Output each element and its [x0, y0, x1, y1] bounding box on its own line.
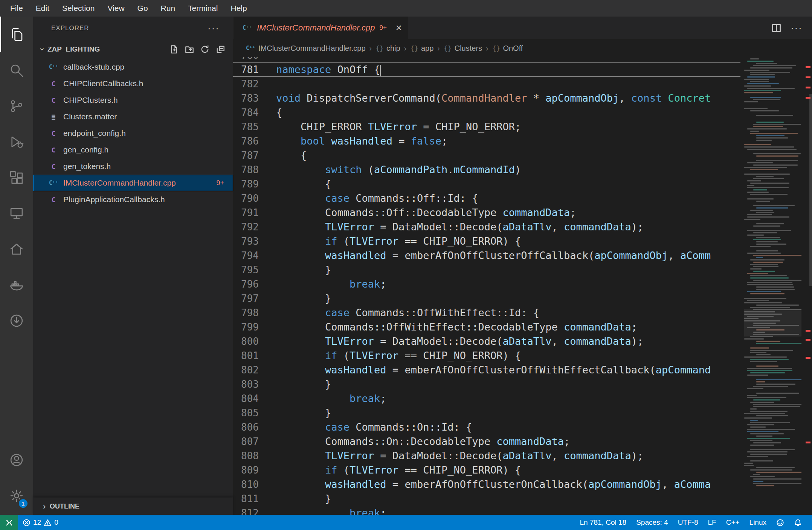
minimap[interactable] — [744, 57, 801, 515]
code-line[interactable]: 780 — [233, 57, 740, 62]
code-line[interactable]: 800 TLVError = DataModel::Decode(aDataTl… — [233, 334, 740, 349]
file-item[interactable]: ≣Clusters.matter — [33, 108, 233, 125]
notifications-bell-icon[interactable] — [789, 515, 807, 530]
status-os[interactable]: Linux — [745, 515, 771, 530]
status-language[interactable]: C++ — [721, 515, 745, 530]
code-line[interactable]: 795 } — [233, 263, 740, 277]
code-line[interactable]: 794 wasHandled = emberAfOnOffClusterOffC… — [233, 248, 740, 263]
code-line[interactable]: 791 Commands::Off::DecodableType command… — [233, 206, 740, 220]
split-editor-icon[interactable] — [771, 23, 781, 33]
file-name: PluginApplicationCallbacks.h — [63, 195, 165, 204]
code-editor[interactable]: 780781namespace OnOff {782783void Dispat… — [233, 57, 812, 515]
code-line[interactable]: 796 break; — [233, 277, 740, 291]
source-control-icon[interactable] — [0, 88, 33, 124]
status-indentation[interactable]: Spaces: 4 — [631, 515, 673, 530]
menu-item-help[interactable]: Help — [224, 0, 253, 17]
menu-item-file[interactable]: File — [4, 0, 29, 17]
sidebar-more-actions-icon[interactable]: ··· — [208, 26, 220, 30]
docker-icon[interactable] — [0, 267, 33, 303]
code-line[interactable]: 788 switch (aCommandPath.mCommandId) — [233, 163, 740, 177]
code-line[interactable]: 804 break; — [233, 391, 740, 406]
code-line[interactable]: 797 } — [233, 291, 740, 306]
breadcrumb-item[interactable]: C⁺⁺IMClusterCommandHandler.cpp — [246, 44, 366, 53]
code-line[interactable]: 808 TLVError = DataModel::Decode(aDataTl… — [233, 449, 740, 463]
code-line[interactable]: 810 wasHandled = emberAfOnOffClusterOnCa… — [233, 477, 740, 492]
new-folder-icon[interactable] — [185, 45, 194, 54]
code-line[interactable]: 798 case Commands::OffWithEffect::Id: { — [233, 306, 740, 320]
feedback-icon[interactable] — [771, 515, 789, 530]
code-text: if (TLVError == CHIP_NO_ERROR) { — [276, 463, 740, 477]
status-encoding[interactable]: UTF-8 — [673, 515, 703, 530]
problems-status[interactable]: 12 0 — [18, 515, 63, 530]
scrollbar-thumb[interactable] — [809, 94, 812, 286]
file-item[interactable]: CPluginApplicationCallbacks.h — [33, 191, 233, 208]
folder-section-header[interactable]: › ZAP_LIGHTING — [33, 40, 233, 59]
search-icon[interactable] — [0, 52, 33, 88]
code-line[interactable]: 811 } — [233, 492, 740, 506]
menu-item-terminal[interactable]: Terminal — [182, 0, 224, 17]
code-line[interactable]: 803 } — [233, 377, 740, 391]
code-line[interactable]: 801 if (TLVError == CHIP_NO_ERROR) { — [233, 349, 740, 363]
error-mark — [806, 339, 810, 341]
status-eol[interactable]: LF — [703, 515, 721, 530]
editor-more-actions-icon[interactable]: ··· — [791, 26, 802, 30]
code-line[interactable]: 784{ — [233, 105, 740, 120]
file-item[interactable]: C⁺⁺callback-stub.cpp — [33, 59, 233, 75]
breadcrumb-label: app — [421, 44, 433, 53]
code-line[interactable]: 786 bool wasHandled = false; — [233, 134, 740, 148]
code-line[interactable]: 805 } — [233, 406, 740, 420]
line-number: 810 — [233, 477, 276, 492]
code-line[interactable]: 789 { — [233, 177, 740, 191]
remote-explorer-icon[interactable] — [0, 195, 33, 231]
file-item[interactable]: Cgen_config.h — [33, 142, 233, 158]
overview-ruler[interactable] — [803, 57, 812, 515]
code-line[interactable]: 781namespace OnOff { — [233, 62, 740, 77]
minimap-slider[interactable] — [744, 309, 801, 337]
code-line[interactable]: 783void DispatchServerCommand(CommandHan… — [233, 91, 740, 105]
outline-section-header[interactable]: › OUTLINE — [33, 498, 233, 515]
file-item[interactable]: Cendpoint_config.h — [33, 125, 233, 142]
breadcrumb-item[interactable]: {}app — [410, 44, 433, 53]
settings-icon[interactable]: 1 — [0, 478, 33, 513]
new-file-icon[interactable] — [169, 45, 179, 54]
file-item[interactable]: Cgen_tokens.h — [33, 158, 233, 175]
code-line[interactable]: 792 TLVError = DataModel::Decode(aDataTl… — [233, 220, 740, 234]
code-line[interactable]: 782 — [233, 77, 740, 91]
extensions-icon[interactable] — [0, 160, 33, 195]
menu-item-go[interactable]: Go — [131, 0, 154, 17]
home-icon[interactable] — [0, 231, 33, 267]
refresh-icon[interactable] — [200, 45, 209, 54]
breadcrumb-item[interactable]: {}OnOff — [492, 44, 523, 53]
tab-close-icon[interactable]: × — [396, 23, 402, 33]
code-line[interactable]: 790 case Commands::Off::Id: { — [233, 191, 740, 206]
tab-problems-badge: 9+ — [379, 24, 386, 32]
error-mark — [806, 442, 810, 443]
code-line[interactable]: 785 CHIP_ERROR TLVError = CHIP_NO_ERROR; — [233, 120, 740, 134]
tab-imclustercommandhandler[interactable]: C⁺⁺ IMClusterCommandHandler.cpp 9+ × — [234, 17, 408, 39]
download-circle-icon[interactable] — [0, 303, 33, 338]
code-line[interactable]: 787 { — [233, 148, 740, 163]
menu-item-run[interactable]: Run — [154, 0, 182, 17]
explorer-icon[interactable] — [0, 17, 33, 52]
status-line-col[interactable]: Ln 781, Col 18 — [575, 515, 632, 530]
code-line[interactable]: 809 if (TLVError == CHIP_NO_ERROR) { — [233, 463, 740, 477]
remote-indicator[interactable] — [0, 515, 18, 530]
collapse-all-icon[interactable] — [216, 45, 225, 54]
menu-item-selection[interactable]: Selection — [56, 0, 101, 17]
code-line[interactable]: 793 if (TLVError == CHIP_NO_ERROR) { — [233, 234, 740, 248]
breadcrumb-item[interactable]: {}chip — [375, 44, 400, 53]
file-item[interactable]: C⁺⁺IMClusterCommandHandler.cpp9+ — [33, 175, 233, 191]
run-debug-icon[interactable] — [0, 124, 33, 160]
account-icon[interactable] — [0, 442, 33, 478]
code-line[interactable]: 812 break; — [233, 506, 740, 515]
menu-item-view[interactable]: View — [101, 0, 131, 17]
code-line[interactable]: 802 wasHandled = emberAfOnOffClusterOffW… — [233, 363, 740, 377]
code-line[interactable]: 807 Commands::On::DecodableType commandD… — [233, 434, 740, 449]
breadcrumb-label: IMClusterCommandHandler.cpp — [258, 44, 366, 53]
file-item[interactable]: CCHIPClientCallbacks.h — [33, 75, 233, 92]
menu-item-edit[interactable]: Edit — [29, 0, 56, 17]
code-line[interactable]: 799 Commands::OffWithEffect::DecodableTy… — [233, 320, 740, 334]
breadcrumb-item[interactable]: {}Clusters — [444, 44, 482, 53]
code-line[interactable]: 806 case Commands::On::Id: { — [233, 420, 740, 434]
file-item[interactable]: CCHIPClusters.h — [33, 92, 233, 108]
